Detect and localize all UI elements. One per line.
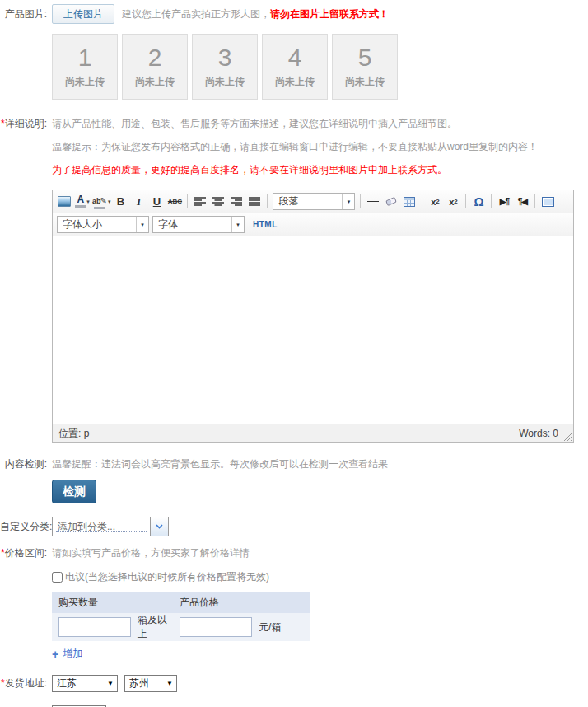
add-price-tier-label: 增加 bbox=[63, 647, 82, 661]
quantity-input[interactable] bbox=[58, 617, 131, 637]
content-check-hint: 温馨提醒：违法词会以高亮背景色显示。每次修改后可以在检测一次查看结果 bbox=[52, 457, 388, 471]
font-color-button[interactable]: A▾ bbox=[73, 193, 91, 211]
underline-button[interactable]: U bbox=[147, 193, 166, 211]
price-range-row: *价格区间: 请如实填写产品价格，方便买家了解价格详情 电议(当您选择电议的时候… bbox=[0, 545, 588, 661]
content-check-label: 内容检测: bbox=[0, 457, 47, 471]
fullscreen-button[interactable] bbox=[539, 193, 557, 211]
custom-category-select[interactable]: 添加到分类... bbox=[52, 517, 169, 536]
image-icon bbox=[58, 196, 71, 207]
insert-table-button[interactable] bbox=[400, 193, 418, 211]
align-justify-button[interactable] bbox=[245, 193, 264, 211]
custom-category-label: 自定义分类: bbox=[0, 517, 47, 536]
custom-category-value: 添加到分类... bbox=[58, 520, 115, 534]
caret-down-icon: ▼ bbox=[99, 680, 114, 687]
description-label-text: 详细说明: bbox=[5, 118, 47, 129]
upload-slot-5[interactable]: 5 尚未上传 bbox=[332, 34, 398, 100]
city-select[interactable]: 苏州▼ bbox=[124, 675, 177, 692]
price-range-label: *价格区间: bbox=[0, 545, 47, 560]
upload-slot-1[interactable]: 1 尚未上传 bbox=[52, 34, 118, 100]
price-header: 产品价格 bbox=[173, 596, 310, 610]
price-range-content: 请如实填写产品价格，方便买家了解价格详情 电议(当您选择电议的时候所有价格配置将… bbox=[52, 545, 588, 661]
editor-content-area[interactable] bbox=[53, 236, 573, 424]
custom-category-label-text: 自定义分类: bbox=[0, 521, 52, 532]
align-center-button[interactable] bbox=[209, 193, 227, 211]
toolbar-separator bbox=[360, 194, 361, 208]
highlight-icon: ab✎ bbox=[92, 194, 107, 209]
chevron-down-icon: ▾ bbox=[342, 194, 354, 209]
contact-info-row: *联系信息: 本账户▼ 修改联系信息 bbox=[0, 704, 588, 707]
font-family-dropdown[interactable]: 字体▾ bbox=[152, 216, 245, 233]
description-row: *详细说明: 请从产品性能、用途、包装、售后服务等方面来描述，建议您在详细说明中… bbox=[0, 116, 588, 443]
hr-icon bbox=[367, 201, 379, 202]
negotiable-row: 电议(当您选择电议的时候所有价格配置将无效) bbox=[52, 570, 588, 584]
bold-button[interactable]: B bbox=[111, 193, 129, 211]
align-right-icon bbox=[231, 197, 242, 207]
upload-hint-red: 请勿在图片上留联系方式！ bbox=[270, 7, 389, 21]
plus-icon: + bbox=[52, 648, 58, 660]
remove-format-button[interactable] bbox=[382, 193, 400, 211]
html-source-button[interactable]: HTML bbox=[253, 220, 278, 229]
font-color-icon: A bbox=[75, 195, 86, 208]
editor-toolbar-row2: 字体大小▾ 字体▾ HTML bbox=[53, 213, 573, 236]
price-input[interactable] bbox=[180, 617, 252, 637]
upload-slot-number: 2 bbox=[148, 44, 162, 71]
upload-slot-number: 1 bbox=[78, 44, 92, 71]
insert-image-button[interactable] bbox=[55, 193, 73, 211]
superscript-button[interactable]: x2 bbox=[444, 193, 462, 211]
quantity-suffix: 箱及以上 bbox=[138, 613, 173, 641]
eraser-icon bbox=[386, 197, 398, 206]
italic-button[interactable]: I bbox=[129, 193, 147, 211]
resize-grip-icon[interactable] bbox=[563, 433, 572, 442]
custom-category-row: 自定义分类: 添加到分类... bbox=[0, 517, 588, 536]
align-right-button[interactable] bbox=[227, 193, 245, 211]
editor-statusbar: 位置: p Words: 0 bbox=[53, 424, 573, 442]
description-tip: 温馨提示：为保证您发布内容格式的正确，请直接在编辑窗口中进行编辑，不要直接粘贴从… bbox=[52, 139, 588, 154]
horizontal-rule-button[interactable] bbox=[364, 193, 382, 211]
product-image-label: 产品图片: bbox=[0, 4, 47, 24]
qty-header: 购买数量 bbox=[52, 596, 173, 610]
upload-image-button[interactable]: 上传图片 bbox=[52, 4, 114, 24]
editor-word-count: Words: 0 bbox=[519, 428, 558, 439]
product-image-label-text: 产品图片: bbox=[5, 8, 47, 20]
align-left-icon bbox=[194, 197, 206, 207]
content-check-label-text: 内容检测: bbox=[5, 458, 47, 470]
add-price-tier-button[interactable]: + 增加 bbox=[52, 647, 588, 661]
negotiable-checkbox[interactable] bbox=[52, 572, 63, 583]
product-publish-form: 产品图片: 上传图片 建议您上传产品实拍正方形大图， 请勿在图片上留联系方式！ … bbox=[0, 0, 588, 707]
font-size-dropdown[interactable]: 字体大小▾ bbox=[57, 216, 149, 233]
chevron-down-icon: ▾ bbox=[231, 217, 244, 232]
shipping-address-row: *发货地址: 江苏▼ 苏州▼ bbox=[0, 673, 588, 693]
table-icon bbox=[404, 197, 415, 207]
price-table-row: 箱及以上 元/箱 bbox=[52, 613, 310, 641]
upload-slot-number: 4 bbox=[288, 44, 302, 71]
toolbar-separator bbox=[491, 194, 492, 208]
upload-slot-4[interactable]: 4 尚未上传 bbox=[262, 34, 328, 100]
upload-hint-gray: 建议您上传产品实拍正方形大图， bbox=[122, 7, 270, 21]
special-char-button[interactable]: Ω bbox=[469, 193, 488, 211]
chevron-down-icon: ▾ bbox=[86, 199, 90, 205]
pen-icon: ✎ bbox=[100, 196, 107, 205]
description-hint: 请从产品性能、用途、包装、售后服务等方面来描述，建议您在详细说明中插入产品细节图… bbox=[52, 116, 588, 131]
align-justify-icon bbox=[249, 197, 260, 207]
subscript-button[interactable]: x2 bbox=[426, 193, 444, 211]
price-table-header: 购买数量 产品价格 bbox=[52, 592, 310, 613]
rtl-button[interactable]: ¶◀ bbox=[513, 193, 531, 211]
upload-slot-2[interactable]: 2 尚未上传 bbox=[122, 34, 188, 100]
upload-slot-3[interactable]: 3 尚未上传 bbox=[192, 34, 258, 100]
rich-text-editor: A▾ ab✎▾ B I U ABC 段落▾ bbox=[52, 190, 574, 443]
price-suffix: 元/箱 bbox=[259, 620, 281, 634]
upload-slot-status: 尚未上传 bbox=[275, 75, 315, 89]
upload-slot-status: 尚未上传 bbox=[135, 75, 175, 89]
highlight-color-button[interactable]: ab✎▾ bbox=[91, 193, 111, 211]
align-left-button[interactable] bbox=[191, 193, 209, 211]
content-check-row: 内容检测: 温馨提醒：违法词会以高亮背景色显示。每次修改后可以在检测一次查看结果… bbox=[0, 457, 588, 503]
ltr-button[interactable]: ▶¶ bbox=[495, 193, 513, 211]
contact-info-label: *联系信息: bbox=[0, 704, 47, 707]
strikethrough-button[interactable]: ABC bbox=[166, 193, 184, 211]
chevron-down-icon: ▾ bbox=[136, 217, 148, 232]
paragraph-format-dropdown[interactable]: 段落▾ bbox=[273, 193, 355, 210]
align-center-icon bbox=[212, 197, 224, 207]
province-select[interactable]: 江苏▼ bbox=[52, 675, 118, 692]
toolbar-separator bbox=[187, 194, 188, 208]
check-button[interactable]: 检测 bbox=[52, 480, 96, 503]
